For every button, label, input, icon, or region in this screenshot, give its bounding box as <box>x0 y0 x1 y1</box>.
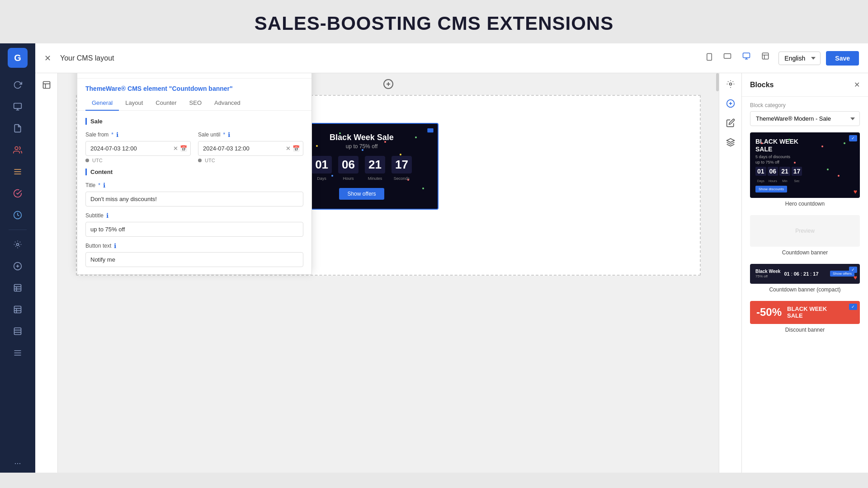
subtitle-info[interactable]: ℹ <box>106 212 108 219</box>
tab-general[interactable]: General <box>85 96 119 111</box>
svg-rect-40 <box>427 128 433 132</box>
sale-until-group: Sale until * ℹ ✕ 📅 <box>198 131 303 163</box>
blocks-panel: Blocks ✕ Block category ThemeWare® Moder… <box>741 73 868 473</box>
panel-body: Sale Sale from * ℹ <box>77 111 311 274</box>
tablet-icon[interactable] <box>721 50 734 66</box>
discount-right: BLACK WEEKSALE <box>787 305 827 319</box>
hero-preview-content: BLACK WEEKSALE 5 days of discounts up to… <box>755 138 854 192</box>
sale-from-calendar[interactable]: 📅 <box>180 145 187 152</box>
countdown-compact-name: Countdown banner (compact) <box>750 286 860 293</box>
button-text-input[interactable] <box>85 252 303 267</box>
hero-preview-heart[interactable]: ♥ <box>854 188 857 195</box>
editor-toolbar: ✕ Your CMS layout English <box>35 43 868 73</box>
svg-rect-20 <box>14 328 21 335</box>
device-icons <box>703 50 772 66</box>
save-button[interactable]: Save <box>826 51 859 66</box>
title-label: Title * ℹ <box>85 182 303 189</box>
sidebar-icon-marketing[interactable] <box>9 184 27 202</box>
left-panel-layout-icon[interactable] <box>42 80 51 92</box>
canvas-scrollbar[interactable] <box>716 73 719 473</box>
title-group: Title * ℹ <box>85 182 303 206</box>
sale-until-clear[interactable]: ✕ <box>286 145 291 152</box>
discount-pct: -50% <box>756 306 782 319</box>
sidebar-icon-table2[interactable] <box>9 300 27 319</box>
compact-timer: 01: 06: 21: 17 <box>784 271 818 277</box>
left-sidebar: G <box>0 43 35 473</box>
sidebar-icon-settings[interactable] <box>9 235 27 253</box>
tab-counter[interactable]: Counter <box>149 96 183 111</box>
svg-rect-12 <box>14 285 21 291</box>
blocks-close-button[interactable]: ✕ <box>854 80 860 89</box>
button-text-group: Button text ℹ <box>85 242 303 267</box>
sale-from-utc: UTC <box>85 158 191 163</box>
edit-icon[interactable] <box>726 118 735 130</box>
sidebar-icon-users[interactable] <box>9 141 27 159</box>
subtitle-input[interactable] <box>85 222 303 237</box>
sale-from-group: Sale from * ℹ ✕ 📅 <box>85 131 191 163</box>
sidebar-icon-timer[interactable] <box>9 206 27 224</box>
timer-seconds: 17 <box>392 156 412 174</box>
hero-countdown-name: Hero countdown <box>750 201 860 207</box>
svg-rect-0 <box>14 103 22 109</box>
title-input[interactable] <box>85 192 303 206</box>
blocks-title: Blocks <box>750 81 774 89</box>
sale-from-info[interactable]: ℹ <box>116 131 118 138</box>
svg-marker-45 <box>726 139 734 142</box>
language-select[interactable]: English German French <box>778 52 821 65</box>
canvas-area: Choose from various slides with extremel… <box>58 73 719 473</box>
right-icon-bar <box>719 73 741 473</box>
compact-badge: ✓ <box>849 267 857 273</box>
hero-preview-left: BLACK WEEKSALE 5 days of discounts up to… <box>755 138 802 192</box>
subtitle-group: Subtitle ℹ <box>85 212 303 237</box>
sale-until-utc: UTC <box>198 158 303 163</box>
svg-rect-27 <box>743 53 750 58</box>
sidebar-more[interactable]: ··· <box>14 459 21 468</box>
compact-heart[interactable]: ♥ <box>854 274 857 281</box>
sidebar-icon-layers[interactable] <box>9 98 27 116</box>
timer-minutes: 21 <box>365 156 385 174</box>
show-offers-button[interactable]: Show offers <box>339 188 384 200</box>
sidebar-icon-pages[interactable] <box>9 119 27 137</box>
sidebar-icon-refresh[interactable] <box>9 76 27 94</box>
editor-main: ✕ Your CMS layout English <box>35 43 868 473</box>
hero-preview-badge: ✓ <box>849 135 857 141</box>
mobile-icon[interactable] <box>703 50 715 66</box>
sale-until-calendar[interactable]: 📅 <box>292 145 300 152</box>
sidebar-icon-table3[interactable] <box>9 322 27 340</box>
sidebar-icon-table4[interactable] <box>9 344 27 362</box>
tab-layout[interactable]: Layout <box>119 96 149 111</box>
sale-until-icons: ✕ 📅 <box>286 145 300 152</box>
title-info[interactable]: ℹ <box>103 182 105 189</box>
svg-point-3 <box>15 147 18 150</box>
sale-dates-row: Sale from * ℹ ✕ 📅 <box>85 131 303 163</box>
tab-advanced[interactable]: Advanced <box>208 96 247 111</box>
sidebar-icon-table1[interactable] <box>9 279 27 297</box>
hero-preview-show-btn[interactable]: Show discounts <box>755 186 787 192</box>
close-button[interactable]: ✕ <box>44 53 51 63</box>
sidebar-icon-menu[interactable] <box>9 163 27 181</box>
hero-countdown-preview: ✓ BLACK WEEKSALE 5 days of discounts up … <box>750 132 860 198</box>
tab-seo[interactable]: SEO <box>183 96 208 111</box>
timer-seconds-label: Seconds <box>394 176 410 181</box>
sidebar-icon-add[interactable] <box>9 257 27 275</box>
svg-rect-33 <box>43 82 50 89</box>
sale-until-info[interactable]: ℹ <box>228 131 230 138</box>
button-text-info[interactable]: ℹ <box>114 242 116 249</box>
sale-from-clear[interactable]: ✕ <box>173 145 178 152</box>
settings-icon[interactable] <box>726 80 735 91</box>
discount-heart[interactable]: ♥ <box>854 314 857 321</box>
layout-title: Your CMS layout <box>60 54 697 62</box>
blocks-header: Blocks ✕ <box>742 73 868 97</box>
timer-minutes-label: Minutes <box>368 176 382 181</box>
page-heading: SALES-BOOSTING CMS EXTENSIONS <box>0 0 868 43</box>
desktop-icon[interactable] <box>740 50 753 66</box>
block-category-select[interactable]: ThemeWare® Modern - Sale <box>750 111 860 126</box>
timer-days: 01 <box>311 156 332 174</box>
countdown-banner-preview-thumb: Preview <box>750 215 860 247</box>
add-block-icon[interactable] <box>726 99 735 110</box>
logo[interactable]: G <box>8 48 28 68</box>
layout-icon[interactable] <box>759 50 772 66</box>
sale-section-label: Sale <box>85 118 303 125</box>
layers-icon[interactable] <box>726 138 735 149</box>
canvas-scrollbar-thumb[interactable] <box>716 73 719 91</box>
